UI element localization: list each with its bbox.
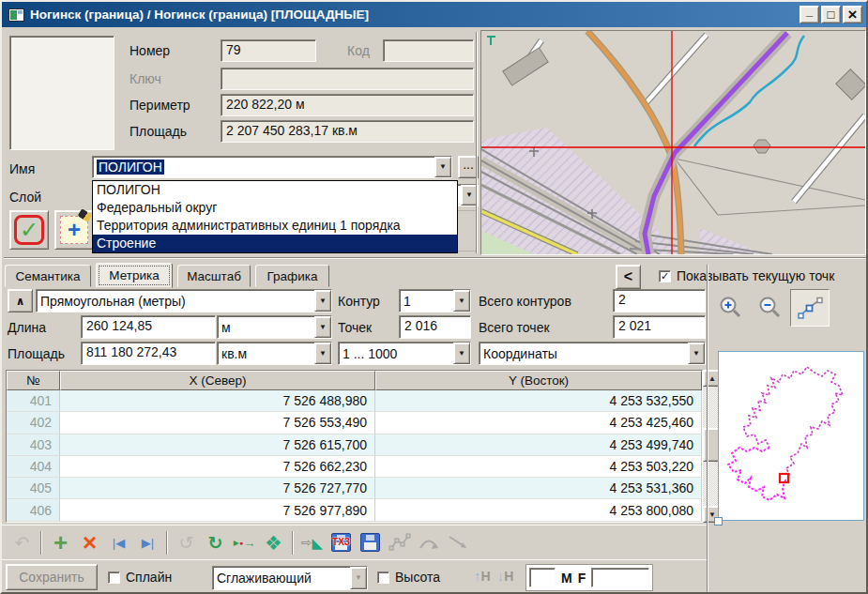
f-field[interactable]	[591, 568, 649, 587]
rotate-contour-icon: ↺	[179, 534, 194, 552]
points-field[interactable]: 2 016	[399, 315, 471, 339]
table-row[interactable]: 4047 526 662,2304 253 503,220	[7, 456, 702, 478]
h-label: H	[481, 569, 491, 584]
table-row[interactable]: 4017 526 488,9804 253 532,550	[7, 390, 702, 412]
coords-arrow[interactable]: ▼	[688, 343, 705, 364]
contour-preview[interactable]	[718, 351, 864, 521]
area-field[interactable]: 811 180 272,43	[81, 342, 216, 365]
checkbox-icon	[377, 571, 389, 584]
table-row[interactable]: 4057 526 727,7704 253 531,360	[7, 478, 702, 499]
cell-x: 7 526 977,890	[60, 499, 375, 521]
m-field[interactable]	[529, 568, 556, 587]
snap-to-point-icon: ◣	[312, 534, 324, 552]
preview-corner-handle[interactable]	[714, 517, 723, 525]
toolbar-separator	[292, 531, 294, 555]
edit-points-button[interactable]: ❖	[259, 529, 288, 556]
spline-label: Сплайн	[126, 570, 172, 585]
preview-zoom-in-button[interactable]	[713, 289, 749, 327]
preview-polyline-toggle[interactable]	[790, 289, 830, 327]
coordinates-table: №X (Север)Y (Восток) 4017 526 488,9804 2…	[6, 370, 703, 523]
show-current-point-label: Показывать текущую точк	[677, 268, 834, 283]
cell-x: 7 526 488,980	[60, 390, 375, 412]
reverse-direction-button[interactable]: ↻	[201, 529, 230, 556]
total-contours-field[interactable]: 2	[613, 289, 706, 312]
add-point-button[interactable]: +	[46, 529, 75, 556]
slope-mode-button	[443, 529, 472, 556]
height-up-button[interactable]: ↑H	[474, 568, 491, 584]
titlebar[interactable]: Ногинск (граница) / Ногинск (граница) [П…	[2, 2, 866, 27]
window-title: Ногинск (граница) / Ногинск (граница) [П…	[30, 8, 798, 22]
bottom-bar: Сохранить Сплайн Сглаживающий ▼ Высота ↑…	[2, 559, 708, 594]
save-txz-button[interactable]: ТХЗ	[327, 529, 356, 556]
cell-x: 7 526 615,700	[60, 434, 375, 456]
edit-toolbar: ↶+×|◀▶|↺↻▸●→❖⇨◣ТХЗ	[2, 525, 708, 559]
minimize-icon: _	[806, 7, 813, 16]
first-point-button[interactable]: |◀	[104, 529, 133, 556]
collapse-up-button[interactable]: ∧	[8, 289, 33, 312]
total-points-field[interactable]: 2 021	[613, 315, 706, 339]
save-file-button[interactable]	[356, 529, 385, 556]
column-header[interactable]: №	[7, 371, 60, 390]
dropdown-option[interactable]: Строение	[93, 235, 457, 252]
contour-combobox[interactable]: 1 ▼	[399, 289, 471, 312]
projection-arrow[interactable]: ▼	[314, 290, 331, 312]
spline-checkbox[interactable]: Сплайн	[108, 570, 172, 585]
cell-y: 4 253 800,080	[375, 499, 702, 521]
change-start-point-button[interactable]: ▸●→	[230, 529, 259, 556]
smoothing-combobox[interactable]: Сглаживающий ▼	[212, 566, 368, 590]
length-unit-arrow[interactable]: ▼	[314, 316, 331, 338]
minimize-button[interactable]: _	[799, 6, 819, 23]
maximize-button[interactable]: □	[821, 6, 841, 23]
cell-x: 7 526 727,770	[60, 478, 375, 499]
show-current-point-checkbox[interactable]: ✓ Показывать текущую точк	[659, 268, 834, 283]
delete-point-icon: ×	[83, 534, 97, 552]
save-button[interactable]: Сохранить	[6, 564, 98, 590]
coords-combobox[interactable]: Координаты ▼	[479, 342, 706, 365]
range-combobox[interactable]: 1 ... 1000 ▼	[338, 342, 471, 365]
projection-value: Прямоугольная (метры)	[37, 293, 314, 310]
height-checkbox[interactable]: Высота	[377, 570, 440, 585]
dropdown-option[interactable]: Территория административных единиц 1 пор…	[93, 217, 457, 235]
map-canvas	[481, 31, 865, 254]
dropdown-option[interactable]: ПОЛИГОН	[93, 181, 457, 199]
table-row[interactable]: 4027 526 553,4904 253 425,460	[7, 412, 702, 434]
cell-x: 7 526 662,230	[60, 456, 375, 478]
table-row[interactable]: 4067 526 977,8904 253 800,080	[7, 499, 702, 521]
tab-1[interactable]: Семантика	[5, 265, 91, 287]
map-view[interactable]	[480, 30, 866, 255]
table-row[interactable]: 4037 526 615,7004 253 499,740	[7, 434, 702, 456]
checkbox-icon	[108, 571, 120, 584]
tab-4[interactable]: Графика	[255, 265, 329, 287]
name-combobox[interactable]: ПОЛИГОН ▼	[92, 156, 452, 178]
current-point-marker	[780, 474, 788, 482]
column-header[interactable]: X (Север)	[60, 371, 375, 390]
length-unit-combobox[interactable]: м ▼	[217, 315, 332, 339]
apply-button[interactable]: ✓	[9, 210, 49, 250]
height-down-button[interactable]: ↓H	[497, 568, 514, 584]
collapse-left-button[interactable]: <	[616, 265, 641, 289]
area-label: Площадь	[8, 346, 65, 361]
preview-zoom-out-button[interactable]	[753, 289, 788, 327]
last-point-button[interactable]: ▶|	[133, 529, 162, 556]
tab-2[interactable]: Метрика	[96, 263, 173, 288]
delete-point-button[interactable]: ×	[75, 529, 104, 556]
area-unit-value: кв.м	[218, 345, 314, 362]
divider	[707, 265, 708, 594]
close-button[interactable]: ×	[843, 6, 862, 23]
nomer-field[interactable]: 79	[221, 39, 316, 62]
arrow-up-icon: ↑	[474, 568, 481, 584]
length-field[interactable]: 260 124,85	[81, 315, 216, 339]
area-unit-combobox[interactable]: кв.м ▼	[217, 342, 332, 365]
projection-combobox[interactable]: Прямоугольная (метры) ▼	[36, 289, 332, 312]
change-start-point-icon: →	[243, 534, 255, 552]
dropdown-option[interactable]: Федеральный округ	[93, 199, 457, 217]
snap-to-point-button[interactable]: ⇨◣	[297, 529, 327, 556]
column-header[interactable]: Y (Восток)	[375, 371, 702, 390]
area-unit-arrow[interactable]: ▼	[314, 343, 331, 364]
name-combobox-arrow[interactable]: ▼	[434, 157, 451, 177]
add-object-button[interactable]: +	[54, 210, 94, 250]
tab-3[interactable]: Масштаб	[177, 265, 251, 287]
range-arrow[interactable]: ▼	[453, 343, 470, 364]
object-properties-window: Ногинск (граница) / Ногинск (граница) [П…	[0, 0, 868, 594]
contour-arrow[interactable]: ▼	[453, 290, 470, 312]
